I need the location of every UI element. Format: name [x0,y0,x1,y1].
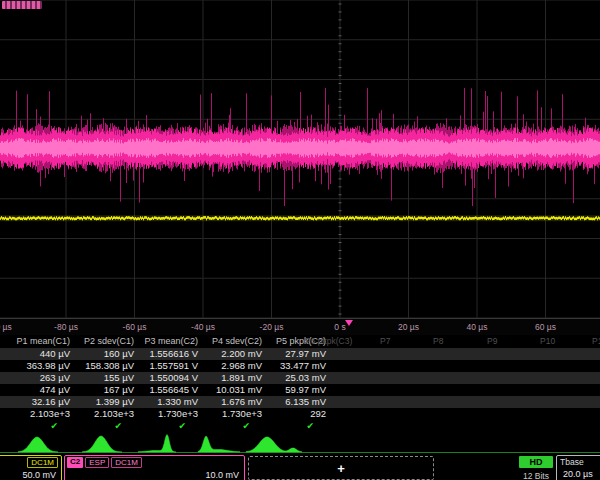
time-axis: -100 µs-80 µs-60 µs-40 µs-20 µs0 s20 µs4… [0,319,600,335]
measurement-cell: 25.03 mV [270,372,334,384]
c2-coupling-chip: DC1M [111,457,142,468]
parameter-histicon [246,437,302,452]
param-header-inactive-P8[interactable]: P8 [433,335,443,348]
time-axis-label: -100 µs [0,322,12,332]
time-axis-label: 40 µs [467,322,488,332]
measurement-cell: 158.308 µV [78,360,142,372]
hd-mode-badge[interactable]: HD [519,456,553,468]
measurement-cell: 2.103e+3 [14,408,78,420]
measurement-cell: 474 µV [14,384,78,396]
param-header-inactive-P10[interactable]: P10 [540,335,555,348]
parameter-histograms [0,432,600,455]
timebase-descriptor[interactable]: Tbase 20.0 µs [556,455,600,480]
param-header-P3[interactable]: P3 mean(C2) [142,335,206,348]
measurement-cell: 292 [270,408,334,420]
time-axis-label: 0 s [334,322,345,332]
time-axis-label: 20 µs [398,322,419,332]
channel2-descriptor[interactable]: C2 ESP DC1M 10.0 mV [64,455,245,480]
parameter-histicon [198,436,240,452]
measurement-cell: 2.103e+3 [78,408,142,420]
waveform-plot [0,0,600,319]
time-axis-label: -80 µs [54,322,78,332]
status-check-icon: ✔ [270,420,334,432]
descriptor-bar: DC1M 50.0 mV C2 ESP DC1M 10.0 mV + HD 12… [0,455,600,480]
c2-channel-chip: C2 [67,457,83,468]
measurement-cell: 1.676 mV [206,396,270,408]
oscilloscope-screen: -100 µs-80 µs-60 µs-40 µs-20 µs0 s20 µs4… [0,0,600,480]
status-check-icon: ✔ [14,420,78,432]
measurement-cell: 1.730e+3 [206,408,270,420]
status-check-icon: ✔ [142,420,206,432]
c2-esp-chip: ESP [85,457,109,468]
measurement-cell: 6.135 mV [270,396,334,408]
measurement-cell: 1.330 mV [142,396,206,408]
status-check-icon: ✔ [206,420,270,432]
measurement-cell: 363.98 µV [14,360,78,372]
measurement-cell: 33.477 mV [270,360,334,372]
measurement-cell: 155 µV [78,372,142,384]
measurement-cell: 1.399 µV [78,396,142,408]
measurement-cell: 263 µV [14,372,78,384]
measurement-cell: 27.97 mV [270,348,334,360]
measurement-cell: 1.556616 V [142,348,206,360]
measurement-cell: 1.556645 V [142,384,206,396]
measurement-cell: 2.200 mV [206,348,270,360]
hd-bits-label: 12 Bits [519,468,553,480]
plus-icon: + [337,462,345,475]
add-trace-dropzone[interactable]: + [248,456,434,480]
status-check-icon: ✔ [78,420,142,432]
param-header-P4[interactable]: P4 sdev(C2) [206,335,270,348]
param-header-P1[interactable]: P1 mean(C1) [14,335,78,348]
time-axis-label: -60 µs [123,322,147,332]
measurement-cell: 160 µV [78,348,142,360]
measurement-cell: 1.730e+3 [142,408,206,420]
measurement-table: P1 mean(C1)P2 sdev(C1)P3 mean(C2)P4 sdev… [0,335,600,432]
time-axis-label: -20 µs [260,322,284,332]
parameter-histicon [82,436,122,452]
measurement-cell: 32.16 µV [14,396,78,408]
time-axis-label: 60 µs [535,322,556,332]
channel1-descriptor[interactable]: DC1M 50.0 mV [0,455,62,480]
measurement-cell: 1.891 mV [206,372,270,384]
timebase-label: Tbase [557,456,600,467]
time-axis-label: -40 µs [191,322,215,332]
measurement-cell: 59.97 mV [270,384,334,396]
timebase-scale: 20.0 µs [557,467,600,479]
measurement-cell: 440 µV [14,348,78,360]
c1-vertical-scale: 50.0 mV [0,468,61,480]
param-header-inactive-P9[interactable]: P9 [487,335,497,348]
trigger-position-marker[interactable] [345,320,353,326]
param-header-inactive-P7[interactable]: P7 [380,335,390,348]
param-header-inactive-P11[interactable]: P11 [592,335,600,348]
histicon-row [0,432,600,455]
measurement-cell: 1.557591 V [142,360,206,372]
param-header-inactive-P6[interactable]: P6 pkpk(C3) [305,335,352,348]
trace-label-badge[interactable] [2,1,42,9]
waveform-grid[interactable] [0,0,600,319]
param-header-P2[interactable]: P2 sdev(C1) [78,335,142,348]
hd-mode-indicator: HD 12 Bits [519,456,553,480]
measurement-cell: 10.031 mV [206,384,270,396]
c2-vertical-scale: 10.0 mV [65,468,244,480]
parameter-histicon [138,435,176,453]
measurement-cell: 167 µV [78,384,142,396]
parameter-histicon [18,437,58,452]
measurement-cell: 2.968 mV [206,360,270,372]
measurement-cell: 1.550094 V [142,372,206,384]
c1-coupling-chip: DC1M [27,457,58,468]
